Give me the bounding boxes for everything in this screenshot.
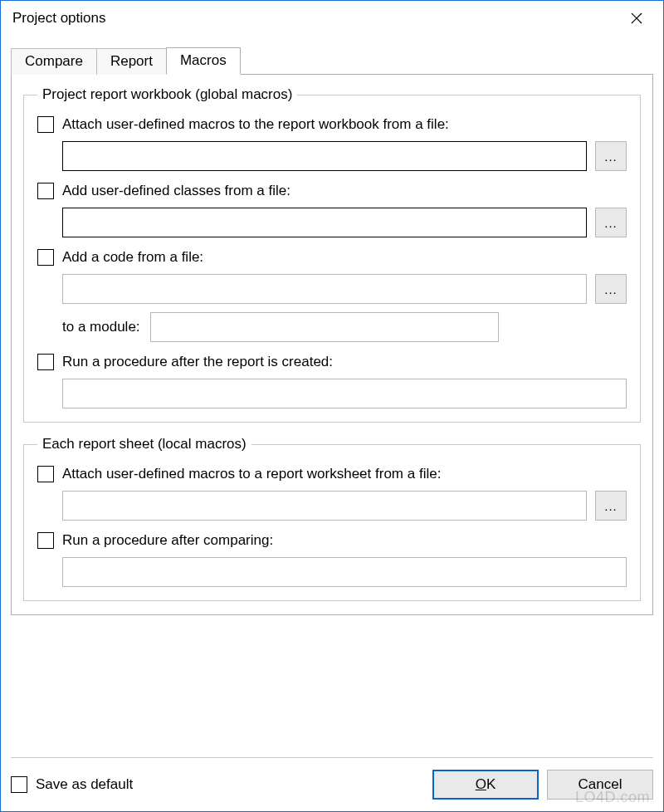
dialog-footer: Save as default OK Cancel — [11, 757, 653, 800]
label-save-default: Save as default — [36, 776, 133, 793]
window-title: Project options — [12, 10, 618, 27]
titlebar: Project options — [1, 1, 663, 36]
ok-button[interactable]: OK — [432, 770, 539, 800]
input-to-module[interactable] — [150, 312, 499, 342]
input-run-proc-local[interactable] — [62, 557, 627, 587]
close-button[interactable] — [618, 6, 655, 31]
ok-button-rest: K — [486, 776, 496, 792]
checkbox-run-proc-local[interactable] — [37, 532, 54, 549]
label-attach-macros-global: Attach user-defined macros to the report… — [62, 116, 449, 133]
tabstrip: Compare Report Macros — [11, 46, 653, 74]
input-run-proc-global[interactable] — [62, 379, 627, 408]
label-run-proc-global: Run a procedure after the report is crea… — [62, 354, 333, 370]
checkbox-run-proc-global[interactable] — [37, 354, 54, 370]
checkbox-add-code[interactable] — [37, 249, 54, 266]
browse-attach-macros-global[interactable]: ... — [595, 141, 627, 171]
tab-report[interactable]: Report — [96, 48, 167, 75]
project-options-dialog: Project options Compare Report Macros Pr… — [0, 0, 664, 812]
label-attach-macros-local: Attach user-defined macros to a report w… — [62, 466, 441, 482]
input-attach-macros-global-path[interactable] — [62, 141, 587, 171]
tab-compare[interactable]: Compare — [11, 48, 97, 75]
tabpage-macros: Project report workbook (global macros) … — [11, 74, 653, 615]
label-run-proc-local: Run a procedure after comparing: — [62, 532, 273, 549]
checkbox-attach-macros-global[interactable] — [37, 116, 54, 133]
close-icon — [631, 12, 642, 24]
browse-add-classes[interactable]: ... — [595, 208, 627, 237]
group-local-macros-legend: Each report sheet (local macros) — [37, 436, 251, 452]
browse-attach-macros-local[interactable]: ... — [595, 491, 627, 521]
client-area: Compare Report Macros Project report wor… — [1, 36, 663, 811]
browse-add-code[interactable]: ... — [595, 274, 627, 304]
group-local-macros: Each report sheet (local macros) Attach … — [23, 436, 641, 601]
input-add-classes-path[interactable] — [62, 208, 587, 237]
group-global-macros-legend: Project report workbook (global macros) — [37, 86, 297, 103]
cancel-button[interactable]: Cancel — [547, 770, 653, 800]
ok-button-mnemonic: O — [476, 776, 486, 792]
label-to-module: to a module: — [62, 319, 140, 335]
checkbox-add-classes[interactable] — [37, 183, 54, 199]
group-global-macros: Project report workbook (global macros) … — [23, 86, 641, 423]
input-attach-macros-local-path[interactable] — [62, 491, 587, 521]
checkbox-save-default[interactable] — [11, 776, 27, 793]
input-add-code-path[interactable] — [62, 274, 587, 304]
label-add-classes: Add user-defined classes from a file: — [62, 183, 290, 199]
tab-macros[interactable]: Macros — [166, 47, 241, 75]
label-add-code: Add a code from a file: — [62, 249, 203, 266]
checkbox-attach-macros-local[interactable] — [37, 466, 54, 482]
